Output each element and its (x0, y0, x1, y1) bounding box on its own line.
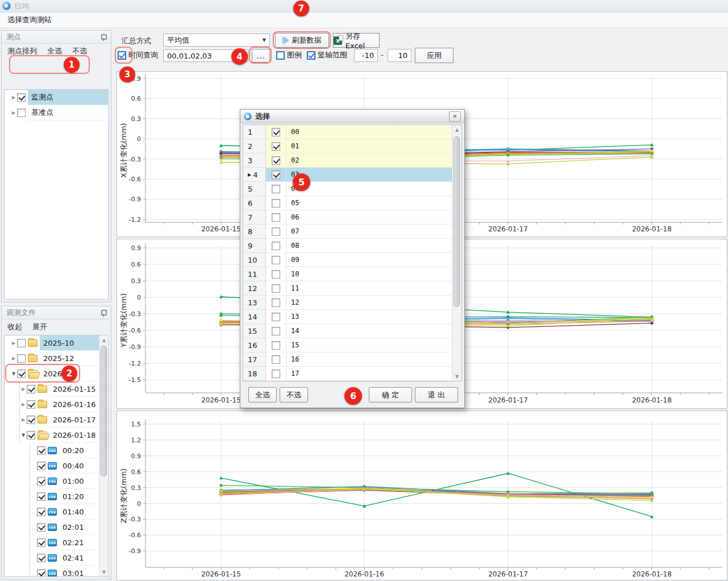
tree-item-监测点[interactable]: ▶监测点 (5, 90, 108, 105)
dialog-row-06[interactable]: 706 (243, 210, 461, 225)
expand-icon[interactable]: ▶ (20, 417, 27, 422)
axis-range-checkbox[interactable] (307, 51, 315, 60)
dialog-row-01[interactable]: 201 (243, 139, 461, 153)
scroll-up-icon[interactable]: ▲ (99, 335, 109, 345)
apply-button[interactable]: 应用 (415, 48, 454, 63)
dialog-row-checkbox[interactable] (272, 284, 280, 293)
scroll-down-icon[interactable]: ▼ (452, 372, 461, 381)
dialog-row-checkbox[interactable] (272, 270, 280, 279)
tree-item-2026-01-15[interactable]: ▶2026-01-15 (5, 381, 108, 397)
dialog-row-10[interactable]: 1110 (243, 267, 461, 281)
dialog-row-checkbox[interactable] (272, 199, 280, 208)
time-query-checkbox[interactable] (118, 51, 126, 60)
tree-item-checkbox[interactable] (17, 109, 26, 117)
tree-item-checkbox[interactable] (27, 400, 35, 409)
range-max-input[interactable]: 10 (388, 49, 411, 62)
expand-icon[interactable]: ▶ (10, 110, 17, 115)
tree-item-00:20[interactable]: csv00:20 (5, 443, 108, 458)
tree-item-01:40[interactable]: csv01:40 (5, 504, 108, 520)
expand-icon[interactable]: ▶ (10, 95, 17, 100)
time-query-toggle[interactable]: 时间查询 (118, 50, 158, 60)
dialog-row-15[interactable]: 1615 (243, 338, 461, 352)
dialog-row-09[interactable]: 1009 (243, 253, 461, 267)
dialog-row-checkbox[interactable] (272, 327, 280, 335)
legend-toggle[interactable]: 图例 (276, 50, 302, 60)
scroll-down-icon[interactable]: ▼ (99, 567, 109, 576)
tree-item-2026-01-17[interactable]: ▶2026-01-17 (5, 412, 108, 428)
menu-expand[interactable]: 展开 (32, 322, 47, 332)
dialog-row-checkbox[interactable] (272, 242, 280, 250)
menu-collapse[interactable]: 收起 (7, 322, 22, 332)
tree-item-03:01[interactable]: csv03:01 (5, 566, 108, 577)
dialog-row-00[interactable]: 100 (243, 125, 461, 139)
dialog-row-checkbox[interactable] (272, 171, 280, 179)
dialog-row-checkbox[interactable] (272, 213, 280, 222)
scroll-up-icon[interactable]: ▲ (452, 125, 461, 134)
dialog-row-17[interactable]: 1817 (243, 367, 461, 381)
tree-item-checkbox[interactable] (37, 492, 45, 501)
dialog-row-checkbox[interactable] (272, 227, 280, 236)
dialog-row-02[interactable]: 302 (243, 153, 461, 168)
close-icon[interactable]: ✕ (449, 111, 461, 122)
tree-item-01:00[interactable]: csv01:00 (5, 474, 108, 489)
dialog-row-04[interactable]: 504 (243, 182, 461, 196)
pin-icon[interactable] (100, 34, 106, 41)
tree-item-checkbox[interactable] (27, 416, 35, 424)
tree-item-2025-12[interactable]: ▶2025-12 (5, 351, 108, 366)
dialog-row-07[interactable]: 807 (243, 225, 461, 239)
tree-item-02:41[interactable]: csv02:41 (5, 550, 108, 566)
tree-item-checkbox[interactable] (37, 569, 45, 577)
files-scrollbar[interactable]: ▲ ▼ (99, 335, 108, 576)
dialog-row-checkbox[interactable] (272, 156, 280, 165)
summary-mode-select[interactable]: 平均值 ▼ (163, 34, 270, 47)
dialog-row-14[interactable]: 1514 (243, 324, 461, 338)
pin-icon[interactable] (100, 309, 106, 317)
exit-button[interactable]: 退 出 (415, 387, 458, 402)
dialog-row-checkbox[interactable] (272, 313, 280, 321)
tree-item-2025-10[interactable]: ▶2025-10 (5, 335, 108, 351)
menu-select-none[interactable]: 不选 (72, 46, 87, 56)
select-none-button[interactable]: 不选 (280, 387, 308, 402)
dialog-row-checkbox[interactable] (272, 256, 280, 264)
collapse-icon[interactable]: ▼ (20, 433, 27, 438)
tree-item-01:20[interactable]: csv01:20 (5, 489, 108, 504)
tree-item-checkbox[interactable] (37, 508, 45, 516)
collapse-icon[interactable]: ▼ (10, 371, 17, 376)
tree-item-2026-01-18[interactable]: ▼2026-01-18 (5, 428, 108, 443)
tree-item-2026-01-16[interactable]: ▶2026-01-16 (5, 397, 108, 412)
refresh-data-button[interactable]: 刷新数据 (275, 33, 329, 48)
dialog-row-checkbox[interactable] (272, 185, 280, 193)
time-picker-ellipsis-button[interactable]: ... (252, 49, 270, 63)
dialog-row-checkbox[interactable] (272, 341, 280, 350)
legend-checkbox[interactable] (276, 51, 285, 60)
export-excel-button[interactable]: x 另存Excel (333, 33, 380, 48)
menu-select-all[interactable]: 全选 (47, 46, 62, 56)
menu-sort-points[interactable]: 测点排列 (7, 46, 37, 56)
expand-icon[interactable]: ▶ (20, 387, 27, 392)
dialog-row-checkbox[interactable] (272, 355, 280, 364)
scroll-thumb[interactable] (101, 346, 107, 476)
expand-icon[interactable]: ▶ (10, 356, 17, 361)
dialog-row-checkbox[interactable] (272, 128, 280, 136)
dialog-row-checkbox[interactable] (272, 142, 280, 151)
tree-item-checkbox[interactable] (27, 385, 35, 393)
tree-item-checkbox[interactable] (27, 431, 35, 439)
tree-item-checkbox[interactable] (17, 370, 26, 378)
select-all-button[interactable]: 全选 (248, 387, 277, 402)
tree-item-基准点[interactable]: ▶基准点 (5, 105, 108, 121)
tree-item-checkbox[interactable] (37, 523, 45, 532)
tab-select-station[interactable]: 选择查询测站 (0, 13, 728, 28)
range-min-input[interactable]: -10 (354, 49, 378, 62)
tree-item-2026-01[interactable]: ▼2026-01 (5, 366, 108, 381)
tree-item-checkbox[interactable] (17, 339, 26, 347)
tree-item-checkbox[interactable] (37, 554, 45, 562)
dialog-row-checkbox[interactable] (272, 370, 280, 378)
expand-icon[interactable]: ▶ (10, 341, 17, 346)
ok-button[interactable]: 确 定 (369, 387, 412, 402)
dialog-row-11[interactable]: 1211 (243, 281, 461, 296)
tree-item-checkbox[interactable] (37, 538, 45, 547)
tree-item-02:21[interactable]: csv02:21 (5, 535, 108, 550)
expand-icon[interactable]: ▶ (20, 402, 27, 407)
tree-item-checkbox[interactable] (17, 354, 26, 363)
dialog-row-16[interactable]: 1716 (243, 352, 461, 367)
